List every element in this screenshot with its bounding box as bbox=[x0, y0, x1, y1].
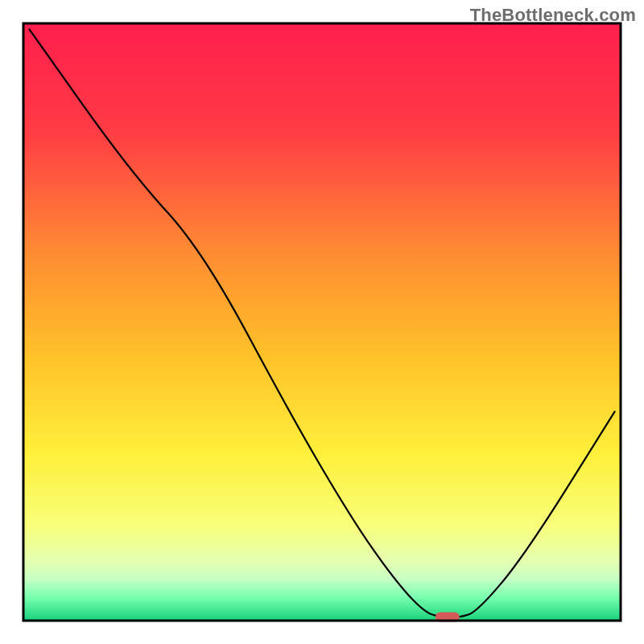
watermark-label: TheBottleneck.com bbox=[470, 5, 636, 26]
chart-container: TheBottleneck.com bbox=[0, 0, 644, 644]
gradient-background bbox=[23, 23, 621, 621]
plot-area bbox=[23, 23, 621, 622]
bottleneck-chart bbox=[0, 0, 644, 644]
